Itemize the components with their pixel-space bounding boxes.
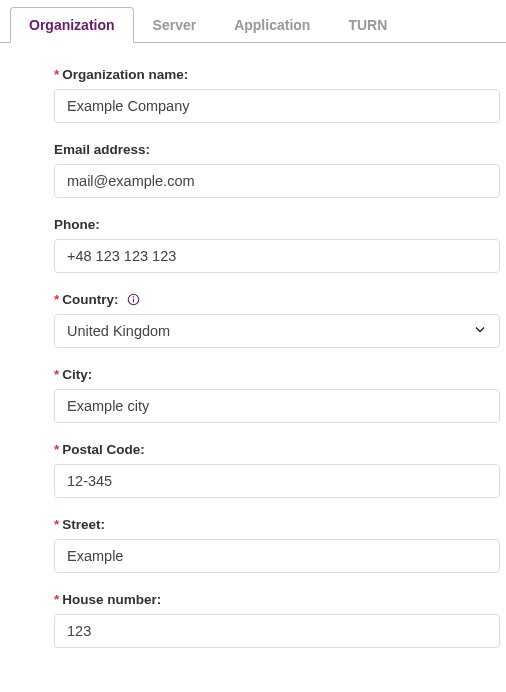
group-email: Email address: <box>54 142 502 198</box>
group-city: *City: <box>54 367 502 423</box>
label-text: City: <box>62 367 92 382</box>
label-postal-code: *Postal Code: <box>54 442 502 457</box>
group-org-name: *Organization name: <box>54 67 502 123</box>
group-house-number: *House number: <box>54 592 502 648</box>
label-text: Postal Code: <box>62 442 145 457</box>
tabs-bar: Organization Server Application TURN <box>0 6 506 43</box>
label-text: House number: <box>62 592 161 607</box>
required-star: * <box>54 592 59 607</box>
label-house-number: *House number: <box>54 592 502 607</box>
svg-rect-2 <box>133 299 134 303</box>
org-name-input[interactable] <box>54 89 500 123</box>
label-org-name: *Organization name: <box>54 67 502 82</box>
tab-server[interactable]: Server <box>134 7 216 43</box>
country-select[interactable]: United Kingdom <box>54 314 500 348</box>
svg-point-1 <box>133 296 134 297</box>
label-text: Email address: <box>54 142 150 157</box>
required-star: * <box>54 442 59 457</box>
group-postal-code: *Postal Code: <box>54 442 502 498</box>
tab-turn[interactable]: TURN <box>329 7 406 43</box>
info-icon[interactable] <box>127 293 140 306</box>
required-star: * <box>54 292 59 307</box>
label-text: Phone: <box>54 217 100 232</box>
label-text: Organization name: <box>62 67 188 82</box>
street-input[interactable] <box>54 539 500 573</box>
tab-application[interactable]: Application <box>215 7 329 43</box>
postal-code-input[interactable] <box>54 464 500 498</box>
group-street: *Street: <box>54 517 502 573</box>
label-text: Street: <box>62 517 105 532</box>
required-star: * <box>54 367 59 382</box>
group-phone: Phone: <box>54 217 502 273</box>
group-country: *Country: United Kingdom <box>54 292 502 348</box>
required-star: * <box>54 67 59 82</box>
label-street: *Street: <box>54 517 502 532</box>
phone-input[interactable] <box>54 239 500 273</box>
label-email: Email address: <box>54 142 502 157</box>
label-text: Country: <box>62 292 118 307</box>
country-select-wrapper: United Kingdom <box>54 314 500 348</box>
form-container: *Organization name: Email address: Phone… <box>0 43 506 648</box>
label-city: *City: <box>54 367 502 382</box>
house-number-input[interactable] <box>54 614 500 648</box>
email-input[interactable] <box>54 164 500 198</box>
label-phone: Phone: <box>54 217 502 232</box>
tab-organization[interactable]: Organization <box>10 7 134 43</box>
city-input[interactable] <box>54 389 500 423</box>
required-star: * <box>54 517 59 532</box>
label-country: *Country: <box>54 292 502 307</box>
